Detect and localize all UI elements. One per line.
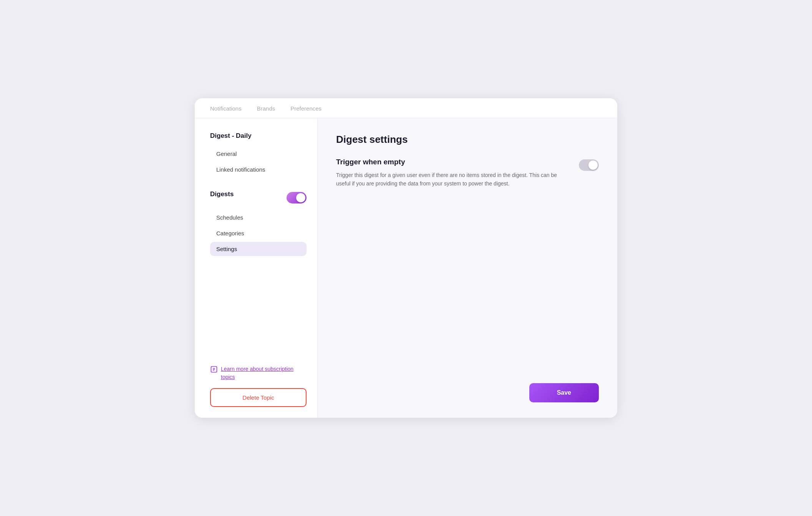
trigger-when-empty-toggle[interactable] [579, 159, 599, 171]
trigger-text: Trigger when empty Trigger this digest f… [336, 158, 563, 188]
sidebar-section-title: Digest - Daily [210, 132, 307, 140]
save-button[interactable]: Save [529, 383, 599, 402]
sidebar-item-settings[interactable]: Settings [210, 242, 307, 256]
sidebar-footer: Learn more about subscription topics Del… [210, 356, 307, 407]
outer-card: Notifications Brands Preferences Digest … [195, 98, 617, 418]
sidebar: Digest - Daily General Linked notificati… [195, 118, 318, 418]
digests-header: Digests [210, 190, 307, 205]
delete-topic-button[interactable]: Delete Topic [210, 388, 307, 407]
nav-brands[interactable]: Brands [257, 105, 275, 112]
sidebar-item-general[interactable]: General [210, 147, 307, 161]
nav-preferences[interactable]: Preferences [290, 105, 321, 112]
save-btn-container: Save [336, 368, 599, 402]
learn-more-link[interactable]: Learn more about subscription topics [210, 365, 307, 381]
sidebar-item-schedules[interactable]: Schedules [210, 210, 307, 225]
settings-section: Trigger when empty Trigger this digest f… [336, 158, 599, 188]
main-layout: Digest - Daily General Linked notificati… [195, 118, 617, 418]
toggle-knob [296, 193, 305, 202]
nav-notifications[interactable]: Notifications [210, 105, 242, 112]
learn-icon [210, 366, 218, 373]
top-nav: Notifications Brands Preferences [195, 98, 617, 118]
digests-toggle[interactable] [287, 192, 307, 203]
trigger-toggle-knob [588, 160, 598, 170]
trigger-row: Trigger when empty Trigger this digest f… [336, 158, 599, 188]
sidebar-item-categories[interactable]: Categories [210, 226, 307, 240]
trigger-when-empty-desc: Trigger this digest for a given user eve… [336, 171, 563, 188]
main-title: Digest settings [336, 134, 599, 146]
trigger-when-empty-title: Trigger when empty [336, 158, 563, 166]
digests-title: Digests [210, 190, 234, 198]
main-content: Digest settings Trigger when empty Trigg… [318, 118, 617, 418]
sidebar-item-linked-notifications[interactable]: Linked notifications [210, 162, 307, 177]
